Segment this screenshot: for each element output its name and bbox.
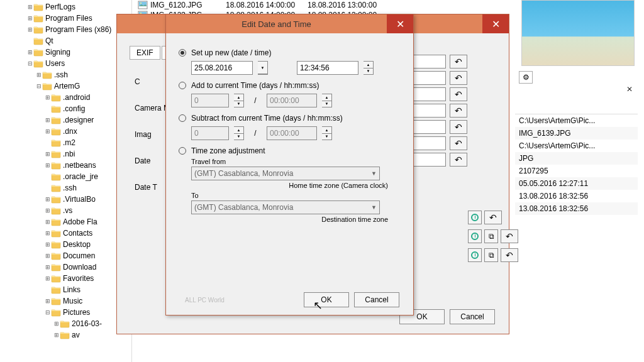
tree-item[interactable]: ⊞.vs xyxy=(0,205,131,216)
clock-icon[interactable] xyxy=(468,248,482,262)
tree-item[interactable]: ⊟Users xyxy=(0,58,131,69)
tree-item[interactable]: ⊞Signing xyxy=(0,47,131,58)
tree-item[interactable]: ⊞.designer xyxy=(0,114,131,126)
expand-icon[interactable]: ⊞ xyxy=(44,94,51,101)
collapse-icon[interactable]: ⊟ xyxy=(35,83,42,89)
close-icon[interactable]: ✕ xyxy=(626,85,633,94)
tree-item[interactable]: ⊞Desktop xyxy=(0,239,131,250)
copy-icon[interactable]: ⧉ xyxy=(484,229,498,243)
days-input: 0 xyxy=(191,126,229,140)
date-input[interactable]: 25.08.2016 xyxy=(191,61,253,75)
expand-icon[interactable]: ⊞ xyxy=(44,264,51,270)
expand-icon[interactable]: ⊞ xyxy=(44,241,51,248)
tree-item[interactable]: ⊞.ssh xyxy=(0,69,131,80)
undo-icon[interactable]: ↶ xyxy=(450,71,467,85)
expand-icon[interactable]: ⊞ xyxy=(26,26,33,33)
undo-icon[interactable]: ↶ xyxy=(450,120,467,134)
expand-icon[interactable]: ⊞ xyxy=(53,321,60,327)
undo-icon[interactable]: ↶ xyxy=(450,87,467,101)
ok-button[interactable]: OK xyxy=(304,292,349,307)
expand-icon[interactable]: ⊞ xyxy=(44,151,51,157)
image-thumbnail xyxy=(521,0,635,66)
tree-item[interactable]: .ssh xyxy=(0,182,131,194)
to-timezone-select[interactable]: (GMT) Casablanca, Monrovia▼ xyxy=(191,200,380,214)
tree-item[interactable]: ⊞2016-03- xyxy=(0,318,131,329)
date-dropdown[interactable]: ▼ xyxy=(258,61,268,75)
undo-icon[interactable]: ↶ xyxy=(450,104,467,118)
tree-item[interactable]: ⊞av xyxy=(0,329,131,341)
folder-tree[interactable]: ⊞PerfLogs⊞Program Files⊞Program Files (x… xyxy=(0,0,132,362)
cancel-button[interactable]: Cancel xyxy=(450,309,495,324)
radio-timezone[interactable] xyxy=(179,147,186,155)
expand-icon[interactable]: ⊞ xyxy=(44,207,51,214)
expand-icon[interactable]: ⊞ xyxy=(44,117,51,123)
collapse-icon[interactable]: ⊟ xyxy=(44,309,51,315)
from-timezone-select[interactable]: (GMT) Casablanca, Monrovia▼ xyxy=(191,167,380,180)
tree-item[interactable]: ⊞Contacts xyxy=(0,228,131,239)
tree-item[interactable]: .m2 xyxy=(0,137,131,148)
expand-icon[interactable]: ⊞ xyxy=(44,298,51,304)
undo-icon[interactable]: ↶ xyxy=(450,153,467,167)
expand-icon[interactable]: ⊞ xyxy=(44,230,51,236)
tree-item[interactable]: ⊞Documen xyxy=(0,250,131,261)
close-button[interactable]: ✕ xyxy=(387,14,413,33)
tree-item[interactable]: ⊞PerfLogs xyxy=(0,1,131,13)
radio-add[interactable] xyxy=(179,82,186,89)
tree-item[interactable]: ⊞.VirtualBo xyxy=(0,194,131,205)
expand-icon[interactable]: ⊞ xyxy=(44,275,51,282)
undo-icon[interactable]: ↶ xyxy=(501,248,518,262)
time-input[interactable]: 12:34:56 xyxy=(297,61,358,75)
tab-exif[interactable]: EXIF xyxy=(130,46,160,60)
tree-item[interactable]: .oracle_jre xyxy=(0,171,131,182)
folder-icon xyxy=(33,48,43,57)
tree-item[interactable]: ⊞Program Files xyxy=(0,13,131,24)
close-button[interactable]: ✕ xyxy=(482,14,509,33)
undo-icon[interactable]: ↶ xyxy=(484,211,502,224)
tree-item[interactable]: ⊞Adobe Fla xyxy=(0,216,131,228)
expand-icon[interactable]: ⊞ xyxy=(44,219,51,225)
tree-item[interactable]: ⊞Program Files (x86) xyxy=(0,24,131,35)
tree-item[interactable]: ⊞Favorites xyxy=(0,273,131,284)
expand-icon[interactable]: ⊞ xyxy=(26,15,33,21)
folder-icon xyxy=(51,195,61,204)
tree-item[interactable]: ⊞.nbi xyxy=(0,148,131,160)
radio-set-new[interactable] xyxy=(179,49,186,57)
property-value: C:\Users\ArtemG\Pic... xyxy=(515,140,638,152)
tree-item[interactable]: ⊟Pictures xyxy=(0,307,131,318)
folder-icon xyxy=(51,297,61,305)
copy-icon[interactable]: ⧉ xyxy=(484,248,498,262)
radio-subtract[interactable] xyxy=(179,114,186,122)
expand-icon[interactable]: ⊞ xyxy=(44,253,51,259)
expand-icon[interactable]: ⊞ xyxy=(44,128,51,134)
undo-icon[interactable]: ↶ xyxy=(450,55,467,69)
collapse-icon[interactable]: ⊟ xyxy=(26,60,33,67)
folder-icon xyxy=(51,251,61,260)
tree-item[interactable]: ⊞Download xyxy=(0,261,131,273)
undo-icon[interactable]: ↶ xyxy=(450,136,467,150)
tree-item[interactable]: Qt xyxy=(0,35,131,47)
tree-item[interactable]: ⊞Music xyxy=(0,295,131,307)
file-row[interactable]: IMG_6120.JPG18.08.2016 14:00:0018.08.201… xyxy=(135,0,487,10)
gear-icon[interactable]: ⚙ xyxy=(519,71,533,84)
folder-icon xyxy=(51,274,61,283)
time-spinner[interactable]: ▲▼ xyxy=(364,61,374,75)
tree-item-label: Music xyxy=(63,297,82,305)
tree-item[interactable]: ⊞.netbeans xyxy=(0,160,131,171)
tree-item[interactable]: ⊟ArtemG xyxy=(0,80,131,92)
expand-icon[interactable]: ⊞ xyxy=(26,49,33,55)
expand-icon[interactable]: ⊞ xyxy=(44,196,51,202)
tree-item[interactable]: Links xyxy=(0,284,131,295)
tree-item[interactable]: ⊞.dnx xyxy=(0,126,131,137)
clock-icon[interactable] xyxy=(468,211,482,224)
expand-icon[interactable]: ⊞ xyxy=(53,332,60,338)
cancel-button[interactable]: Cancel xyxy=(354,292,399,307)
folder-icon xyxy=(51,172,61,181)
clock-icon[interactable] xyxy=(468,229,482,243)
expand-icon[interactable]: ⊞ xyxy=(35,72,42,78)
property-value: C:\Users\ArtemG\Pic... xyxy=(515,114,638,127)
tree-item[interactable]: ⊞.android xyxy=(0,92,131,103)
expand-icon[interactable]: ⊞ xyxy=(26,4,33,10)
undo-icon[interactable]: ↶ xyxy=(501,229,518,243)
tree-item[interactable]: .config xyxy=(0,103,131,114)
expand-icon[interactable]: ⊞ xyxy=(44,162,51,168)
